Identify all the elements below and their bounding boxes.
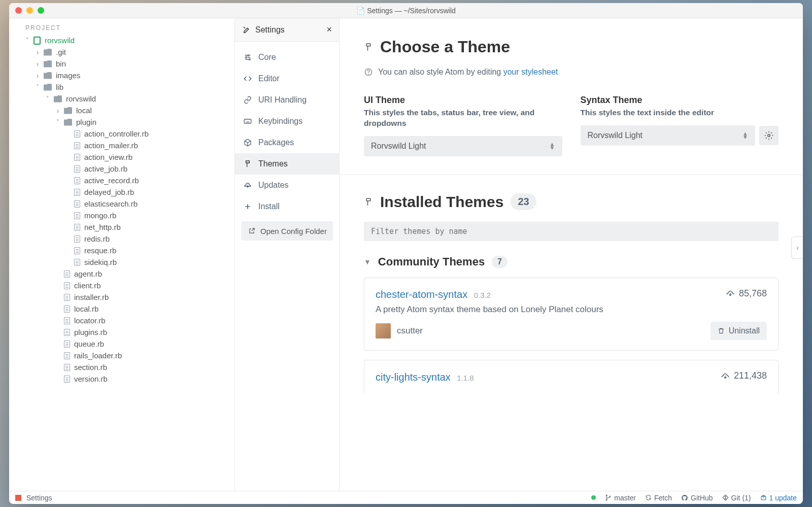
settings-nav-themes[interactable]: Themes [235,153,339,175]
tree-folder[interactable]: images [9,70,234,81]
git-button[interactable]: Git (1) [722,494,751,502]
settings-nav-install[interactable]: Install [235,196,339,217]
fetch-button[interactable]: Fetch [645,494,672,502]
collapse-panel-button[interactable]: ‹ [791,236,803,259]
tree-file[interactable]: agent.rb [9,268,234,280]
tree-file[interactable]: queue.rb [9,338,234,350]
cloud-icon [243,181,252,190]
file-icon [64,306,70,313]
tree-folder[interactable]: rorvswild [9,93,234,105]
chevron-down-icon: ▼ [364,258,371,266]
file-icon [74,189,80,196]
tree-item-label: net_http.rb [84,223,121,231]
uninstall-button[interactable]: Uninstall [710,322,767,340]
paint-icon [364,197,373,207]
package-name-link[interactable]: city-lights-syntax [376,371,451,383]
tree-file[interactable]: net_http.rb [9,221,234,233]
settings-nav-packages[interactable]: Packages [235,132,339,153]
theme-filter-input[interactable] [364,222,779,241]
tree-file[interactable]: client.rb [9,280,234,291]
tree-item-label: local.rb [74,305,98,313]
tree-file[interactable]: mongo.rb [9,210,234,221]
caret-icon [36,48,40,56]
syntax-theme-select[interactable]: Rorvswild Light ▲▼ [581,125,756,146]
settings-nav-editor[interactable]: Editor [235,68,339,89]
git-icon [722,494,729,501]
project-root[interactable]: rorvswild [9,35,234,46]
folder-icon [64,107,72,114]
file-icon [74,130,80,138]
gear-icon [764,131,773,140]
file-icon [74,247,80,254]
tree-folder[interactable]: plugin [9,116,234,128]
file-icon [74,235,80,243]
github-button[interactable]: GitHub [681,494,713,502]
tree-file[interactable]: local.rb [9,303,234,315]
ui-theme-label: UI Theme [364,95,562,106]
package-name-link[interactable]: chester-atom-syntax [376,289,467,300]
tree-file[interactable]: active_record.rb [9,175,234,186]
tree-item-label: local [76,106,92,115]
file-icon [64,294,70,301]
tree-file[interactable]: plugins.rb [9,326,234,338]
settings-tab-title: Settings [255,25,285,35]
tree-file[interactable]: sidekiq.rb [9,256,234,268]
tree-file[interactable]: resque.rb [9,245,234,256]
tree-folder[interactable]: lib [9,81,234,93]
file-icon [64,329,70,336]
nav-item-label: Updates [258,181,289,190]
app-icon [15,495,21,501]
minimize-window-button[interactable] [26,7,33,14]
svg-point-7 [606,495,607,496]
nav-item-label: Keybindings [258,117,302,126]
file-icon [74,212,80,219]
tree-file[interactable]: rails_loader.rb [9,350,234,361]
project-tree[interactable]: PROJECT rorvswild .gitbinimageslibrorvsw… [9,18,235,491]
nav-item-label: Core [258,53,276,62]
settings-nav-keybindings[interactable]: Keybindings [235,111,339,132]
tree-file[interactable]: active_job.rb [9,163,234,175]
git-branch-status[interactable]: master [605,494,636,502]
updates-button[interactable]: 1 update [760,494,797,502]
tree-file[interactable]: redis.rb [9,233,234,245]
tree-folder[interactable]: local [9,105,234,116]
tree-item-label: rorvswild [66,94,96,103]
tree-file[interactable]: action_view.rb [9,151,234,163]
tree-file[interactable]: locator.rb [9,315,234,326]
tree-folder[interactable]: bin [9,58,234,70]
external-link-icon [247,226,256,235]
github-icon [681,494,688,501]
close-window-button[interactable] [15,7,22,14]
tree-file[interactable]: section.rb [9,361,234,373]
tree-file[interactable]: action_mailer.rb [9,140,234,151]
syntax-theme-settings-button[interactable] [759,126,779,145]
stylesheet-link[interactable]: your stylesheet [503,67,558,76]
tree-file[interactable]: installer.rb [9,291,234,303]
tree-file[interactable]: action_controller.rb [9,128,234,140]
svg-point-2 [249,59,251,60]
tree-file[interactable]: elasticsearch.rb [9,198,234,210]
community-themes-heading[interactable]: ▼ Community Themes 7 [364,255,779,268]
close-tab-button[interactable]: × [326,24,332,35]
tree-file[interactable]: version.rb [9,373,234,385]
file-icon [64,364,70,371]
ui-theme-select[interactable]: Rorvswild Light ▲▼ [364,136,562,156]
chevron-updown-icon: ▲▼ [550,143,555,150]
status-file-label: Settings [26,494,52,502]
installed-count-badge: 23 [511,193,536,210]
repo-icon [33,37,41,45]
open-config-folder-button[interactable]: Open Config Folder [241,221,333,241]
tree-folder[interactable]: .git [9,46,234,58]
tree-item-label: redis.rb [84,234,110,243]
caret-icon [36,84,40,90]
maximize-window-button[interactable] [38,7,44,14]
package-version: 1.1.8 [457,374,473,382]
tree-file[interactable]: delayed_job.rb [9,186,234,198]
tree-item-label: resque.rb [84,246,116,255]
file-icon [74,200,80,208]
package-author[interactable]: csutter [376,323,423,339]
settings-nav-uri-handling[interactable]: URI Handling [235,89,339,111]
settings-nav-core[interactable]: Core [235,47,339,68]
tree-item-label: client.rb [74,281,101,290]
settings-nav-updates[interactable]: Updates [235,175,339,196]
